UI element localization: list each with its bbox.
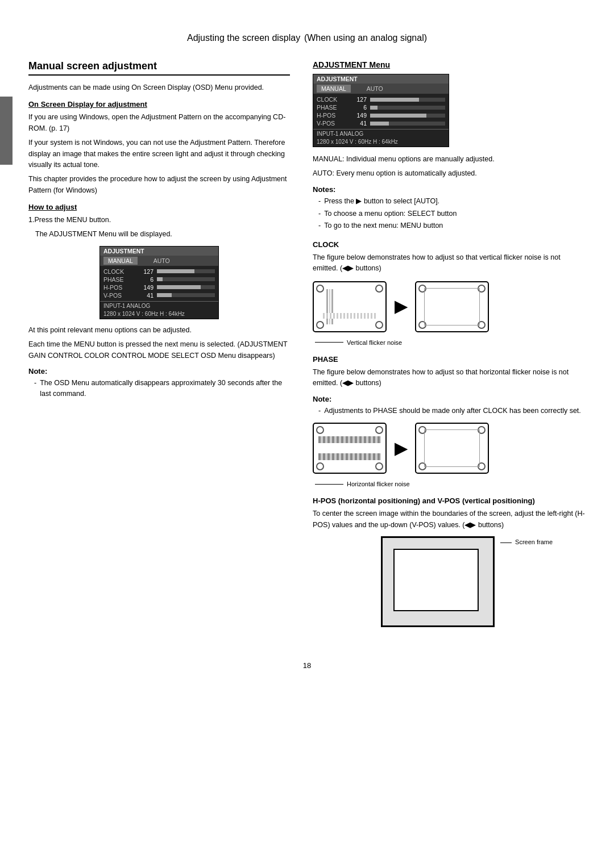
osd-menu-diagram-left: ADJUSTMENT MANUAL AUTO CLOCK 127 PHASE <box>99 246 219 319</box>
phase-monitor-clean <box>415 423 489 474</box>
note-bullet-1: - The OSD Menu automatically disappears … <box>34 378 290 399</box>
osd-menu-diagram-right: ADJUSTMENT MANUAL AUTO CLOCK 127 PHASE 6 <box>313 74 449 147</box>
osd-text-1: If you are using Windows, open the Adjus… <box>28 112 290 134</box>
osd-row-clock: CLOCK 127 <box>103 268 215 276</box>
osd-bar-clock <box>157 269 215 273</box>
hpos-text: To center the screen image within the bo… <box>313 508 586 531</box>
osd-row-clock-r: CLOCK 127 <box>317 95 445 103</box>
clock-arrow: ▶ <box>395 297 407 316</box>
osd-label-hpos: H-POS <box>103 284 138 291</box>
phase-arrow: ▶ <box>395 439 407 458</box>
adjustment-menu-heading: ADJUSTMENT Menu <box>313 60 586 69</box>
phase-flicker-label: Horizontal flicker noise <box>315 481 586 487</box>
osd-bar-fill-phase <box>157 277 163 281</box>
osd-footer: INPUT-1 ANALOG <box>100 301 218 310</box>
osd-bar-phase <box>157 277 215 281</box>
osd-value-phase: 6 <box>138 276 154 283</box>
osd-bar-hpos <box>157 285 215 289</box>
screen-frame-diagram: Screen frame <box>381 536 517 639</box>
osd-label-phase: PHASE <box>103 276 138 283</box>
main-content: Manual screen adjustment Adjustments can… <box>28 60 586 644</box>
step-after-2: Each time the MENU button is pressed the… <box>28 339 290 361</box>
step-after-1: At this point relevant menu options can … <box>28 325 290 336</box>
intro-text: Adjustments can be made using On Screen … <box>28 82 290 93</box>
osd-value-hpos: 149 <box>138 284 154 291</box>
auto-desc: AUTO: Every menu option is automatically… <box>313 168 586 179</box>
osd-rows: CLOCK 127 PHASE 6 H-POS <box>100 266 218 301</box>
page-title-sub: (When using an analog signal) <box>304 33 427 43</box>
page-title-section: Adjusting the screen display (When using… <box>28 23 586 44</box>
page-wrapper: Adjusting the screen display (When using… <box>0 0 614 868</box>
osd-row-vpos-r: V-POS 41 <box>317 119 445 127</box>
osd-menu-tabs: MANUAL AUTO <box>100 256 218 266</box>
osd-row-phase: PHASE 6 <box>103 276 215 283</box>
side-tab <box>0 97 13 165</box>
osd-footer-input: INPUT-1 ANALOG <box>103 303 150 309</box>
clock-monitor-noisy <box>313 281 387 332</box>
circle-br-noisy <box>375 321 383 329</box>
clock-flicker-label: Vertical flicker noise <box>315 339 586 346</box>
clock-diagram: ▶ <box>313 281 586 332</box>
osd-bar-vpos <box>157 293 215 297</box>
osd-footer-res: 1280 x 1024 V : 60Hz H : 64kHz <box>100 310 218 319</box>
page-title-text: Adjusting the screen display <box>187 33 300 43</box>
osd-label-clock: CLOCK <box>103 268 138 275</box>
osd-heading: On Screen Display for adjustment <box>28 100 290 108</box>
phase-monitor-noisy <box>313 423 387 474</box>
phase-heading: PHASE <box>313 355 586 364</box>
manual-desc: MANUAL: Individual menu options are manu… <box>313 154 586 165</box>
osd-tab-auto-right: AUTO <box>362 85 388 93</box>
notes-heading-right: Notes: <box>313 185 586 194</box>
screen-frame-label-text: Screen frame <box>500 539 553 545</box>
osd-label-vpos: V-POS <box>103 292 138 299</box>
osd-value-vpos: 41 <box>138 292 154 299</box>
clock-monitor-clean <box>415 281 489 332</box>
osd-bar-fill-hpos <box>157 285 201 289</box>
osd-tab-manual-right: MANUAL <box>317 85 351 93</box>
osd-row-hpos-r: H-POS 149 <box>317 111 445 119</box>
osd-row-hpos: H-POS 149 <box>103 283 215 291</box>
osd-value-clock: 127 <box>138 268 154 275</box>
osd-text-3: This chapter provides the procedure how … <box>28 174 290 196</box>
note-bullet-r1: - Press the ▶ button to select [AUTO]. <box>318 196 586 207</box>
osd-row-phase-r: PHASE 6 <box>317 103 445 111</box>
step-1b: The ADJUSTMENT Menu will be displayed. <box>35 229 290 240</box>
osd-menu-header: ADJUSTMENT <box>100 247 218 256</box>
clock-heading: CLOCK <box>313 240 586 249</box>
osd-bar-fill-vpos <box>157 293 172 297</box>
osd-bar-fill-clock <box>157 269 194 273</box>
left-column: Manual screen adjustment Adjustments can… <box>28 60 290 644</box>
circle-tl-noisy <box>316 285 324 293</box>
osd-menu-tabs-right: MANUAL AUTO <box>313 84 449 94</box>
osd-tab-auto: AUTO <box>149 257 175 265</box>
note-bullet-r2: - To choose a menu option: SELECT button <box>318 208 586 219</box>
inner-screen-image <box>393 549 479 611</box>
osd-menu-header-right: ADJUSTMENT <box>313 74 449 84</box>
osd-footer-right: INPUT-1 ANALOG <box>313 129 449 138</box>
osd-text-2: If your system is not Windows, you can n… <box>28 137 290 170</box>
page-number: 18 <box>28 661 586 670</box>
clock-text: The figure below demonstrates how to adj… <box>313 252 586 274</box>
osd-row-vpos: V-POS 41 <box>103 291 215 299</box>
phase-note-bullet: - Adjustments to PHASE should be made on… <box>318 406 586 416</box>
phase-note-heading: Note: <box>313 395 586 403</box>
hpos-heading: H-POS (horizontal positioning) and V-POS… <box>313 496 586 505</box>
note-heading: Note: <box>28 367 290 375</box>
phase-text: The figure below demonstrates how to adj… <box>313 367 586 389</box>
circle-tr-noisy <box>375 285 383 293</box>
step-1: 1.Press the MENU button. <box>28 215 290 226</box>
note-bullet-r3: - To go to the next menu: MENU button <box>318 220 586 231</box>
how-to-heading: How to adjust <box>28 203 290 211</box>
osd-tab-manual: MANUAL <box>103 257 138 265</box>
circle-bl-noisy <box>316 321 324 329</box>
osd-rows-right: CLOCK 127 PHASE 6 H-POS 149 <box>313 94 449 129</box>
right-column: ADJUSTMENT Menu ADJUSTMENT MANUAL AUTO C… <box>313 60 586 644</box>
page-title: Adjusting the screen display (When using… <box>187 28 427 44</box>
section-heading: Manual screen adjustment <box>28 60 290 76</box>
phase-diagram: ▶ <box>313 423 586 474</box>
